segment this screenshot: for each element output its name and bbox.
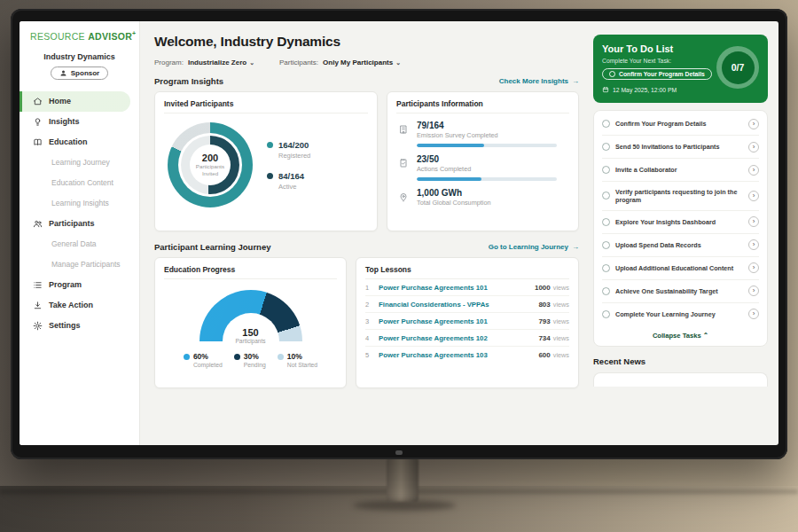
- sponsor-badge[interactable]: Sponsor: [51, 66, 108, 80]
- checkbox-circle-icon[interactable]: [602, 166, 610, 174]
- people-icon: [32, 218, 43, 229]
- sidebar-item-home[interactable]: Home: [20, 91, 130, 112]
- next-task-pill[interactable]: Confirm Your Program Details: [602, 68, 712, 80]
- program-insights-title: Program Insights: [154, 76, 223, 86]
- checkbox-circle-icon[interactable]: [602, 192, 610, 200]
- todo-header-card: Your To Do List Complete Your Next Task:…: [593, 35, 768, 103]
- legend-item: 84/164 Active: [267, 171, 310, 191]
- lesson-row: 4 Power Purchase Agreements 102 734 view…: [365, 330, 569, 347]
- legend-item: 164/200 Registered: [267, 140, 310, 160]
- chevron-right-icon[interactable]: ›: [748, 239, 759, 250]
- task-row-verify-participants[interactable]: Verify participants requesting to join t…: [602, 182, 759, 211]
- top-lessons-card: Top Lessons 1 Power Purchase Agreements …: [356, 257, 579, 388]
- task-row-upload-spend-data[interactable]: Upload Spend Data Records ›: [602, 234, 759, 257]
- checkbox-circle-icon[interactable]: [602, 241, 610, 249]
- chevron-right-icon[interactable]: ›: [748, 165, 759, 176]
- chevron-right-icon[interactable]: ›: [748, 191, 759, 201]
- task-row-complete-learning-journey[interactable]: Complete Your Learning Journey ›: [602, 303, 759, 325]
- sidebar-item-settings[interactable]: Settings: [20, 316, 139, 336]
- invited-donut-chart: 200 Participants Invited: [168, 122, 253, 207]
- actions-progress-bar: [417, 177, 557, 181]
- sidebar-item-learning-journey[interactable]: Learning Journey: [20, 153, 139, 173]
- chevron-right-icon[interactable]: ›: [748, 119, 759, 129]
- checkbox-circle-icon[interactable]: [602, 264, 610, 272]
- checkbox-circle-icon[interactable]: [602, 310, 610, 318]
- invited-participants-card: Invited Participants 200 Participants In…: [154, 91, 378, 231]
- task-row-confirm-program[interactable]: Confirm Your Program Details ›: [602, 113, 759, 136]
- monitor-logo: [395, 450, 403, 455]
- collapse-tasks-link[interactable]: Collapse Tasks ⌃: [602, 325, 759, 346]
- todo-tasks-card: Confirm Your Program Details › Send 50 I…: [593, 110, 768, 347]
- chevron-down-icon: ⌄: [249, 59, 254, 66]
- program-insights-section-header: Program Insights Check More Insights →: [154, 76, 579, 86]
- task-row-invite-collaborator[interactable]: Invite a Collaborator ›: [602, 159, 759, 182]
- stat-progress-fill: [417, 144, 484, 147]
- education-card-title: Education Progress: [164, 265, 337, 279]
- lesson-row: 5 Power Purchase Agreements 103 600 view…: [365, 347, 569, 363]
- lesson-link[interactable]: Power Purchase Agreements 102: [379, 334, 538, 342]
- donut-center-value: 200: [202, 153, 218, 163]
- chevron-down-icon: ⌄: [395, 59, 401, 66]
- chevron-right-icon[interactable]: ›: [748, 286, 759, 296]
- chevron-right-icon[interactable]: ›: [748, 309, 759, 319]
- task-row-upload-educational-content[interactable]: Upload Additional Educational Content ›: [602, 257, 759, 280]
- sidebar-item-education[interactable]: Education: [20, 132, 139, 153]
- sidebar-item-education-content[interactable]: Education Content: [20, 173, 139, 193]
- check-more-insights-link[interactable]: Check More Insights →: [499, 77, 579, 85]
- lesson-link[interactable]: Power Purchase Agreements 103: [379, 351, 538, 359]
- monitor-bezel: RESOURCE ADVISOR+ Industry Dynamics Spon…: [11, 9, 787, 459]
- todo-panel: Your To Do List Complete Your Next Task:…: [588, 21, 778, 445]
- main-content: Welcome, Industry Dynamics Program: Indu…: [140, 21, 588, 445]
- task-row-achieve-target[interactable]: Achieve One Sustainability Target ›: [602, 280, 759, 303]
- todo-progress-value: 0/7: [722, 51, 755, 84]
- logo-text-primary: RESOURCE: [30, 31, 85, 42]
- sidebar-item-participants[interactable]: Participants: [20, 214, 139, 234]
- chevron-right-icon[interactable]: ›: [748, 262, 759, 273]
- program-filter-dropdown[interactable]: Industrialize Zero ⌄: [188, 59, 254, 66]
- todo-progress-ring: 0/7: [716, 46, 759, 89]
- top-lessons-title: Top Lessons: [365, 265, 569, 279]
- education-gauge-chart: 150 Participants: [200, 290, 302, 341]
- sidebar-item-program[interactable]: Program: [20, 275, 139, 295]
- recent-news-card: [593, 372, 768, 387]
- dashboard-screen: RESOURCE ADVISOR+ Industry Dynamics Spon…: [20, 21, 778, 445]
- gauge-center-label: Participants: [200, 338, 302, 344]
- sidebar-item-manage-participants[interactable]: Manage Participants: [20, 254, 139, 275]
- donut-legend: 164/200 Registered 84/164 Active: [267, 140, 310, 191]
- checkbox-circle-icon[interactable]: [602, 218, 610, 226]
- chevron-right-icon[interactable]: ›: [748, 216, 759, 227]
- program-filter-label: Program:: [154, 59, 184, 66]
- list-icon: [32, 279, 43, 290]
- lesson-link[interactable]: Power Purchase Agreements 101: [379, 284, 535, 292]
- lesson-row: 1 Power Purchase Agreements 101 1000 vie…: [365, 279, 569, 296]
- sidebar-item-learning-insights[interactable]: Learning Insights: [20, 193, 139, 214]
- task-row-explore-insights[interactable]: Explore Your Insights Dashboard ›: [602, 211, 759, 234]
- legend-dot-completed: [184, 354, 190, 360]
- participants-filter-dropdown[interactable]: Only My Participants ⌄: [323, 59, 401, 66]
- checkbox-circle-icon[interactable]: [602, 143, 610, 151]
- go-to-learning-journey-link[interactable]: Go to Learning Journey →: [489, 243, 579, 251]
- lesson-link[interactable]: Power Purchase Agreements 101: [379, 317, 538, 325]
- gauge-legend: 60% Completed 30% Pending 10% Not Starte…: [164, 352, 337, 368]
- stat-row: 23/50 Actions Completed: [396, 147, 569, 181]
- checkbox-circle-icon[interactable]: [602, 120, 610, 128]
- lightbulb-icon: [32, 116, 43, 127]
- checkbox-circle-icon[interactable]: [602, 287, 610, 295]
- gear-icon: [32, 320, 43, 331]
- participants-information-card: Participants Information 79/164 Emission…: [387, 91, 579, 231]
- learning-journey-title: Participant Learning Journey: [154, 242, 270, 252]
- lesson-row: 3 Power Purchase Agreements 101 793 view…: [365, 313, 569, 330]
- filters-row: Program: Industrialize Zero ⌄ Participan…: [154, 59, 579, 66]
- legend-item: 30% Pending: [234, 352, 266, 368]
- participants-filter-value: Only My Participants: [323, 59, 393, 66]
- sidebar-item-insights[interactable]: Insights: [20, 112, 139, 132]
- chevron-right-icon[interactable]: ›: [748, 142, 759, 153]
- lesson-link[interactable]: Financial Considerations - VPPAs: [379, 301, 538, 309]
- person-icon: [59, 69, 67, 77]
- sidebar-item-general-data[interactable]: General Data: [20, 234, 139, 254]
- participants-filter-label: Participants:: [279, 59, 318, 66]
- task-row-send-invitations[interactable]: Send 50 Invitations to Participants ›: [602, 136, 759, 159]
- lesson-row: 2 Financial Considerations - VPPAs 803 v…: [365, 296, 569, 313]
- stat-progress-fill: [417, 177, 481, 181]
- sidebar-item-take-action[interactable]: Take Action: [20, 295, 139, 316]
